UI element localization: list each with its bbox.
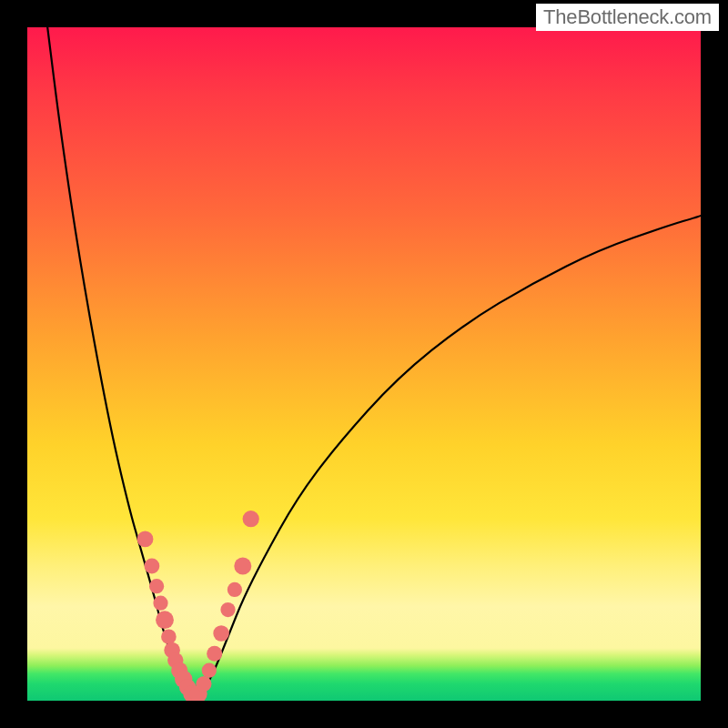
chart-frame: TheBottleneck.com [0,0,728,728]
bottleneck-curve [47,27,701,701]
plot-area [27,27,701,701]
highlight-dot [137,531,154,548]
highlight-dot [220,602,235,617]
highlight-dot [202,663,217,678]
highlight-dot [161,629,177,644]
watermark-label: TheBottleneck.com [536,4,719,31]
highlight-dot [145,559,160,574]
highlight-dot [234,558,251,575]
highlight-dot [243,511,259,527]
highlight-dot [153,596,167,611]
highlight-dot [196,676,211,692]
highlight-dot [228,582,242,597]
highlight-dot [149,579,164,593]
highlight-dot [213,625,229,642]
curve-layer [27,27,701,701]
highlight-dot [156,611,174,629]
highlight-dot [207,646,222,662]
